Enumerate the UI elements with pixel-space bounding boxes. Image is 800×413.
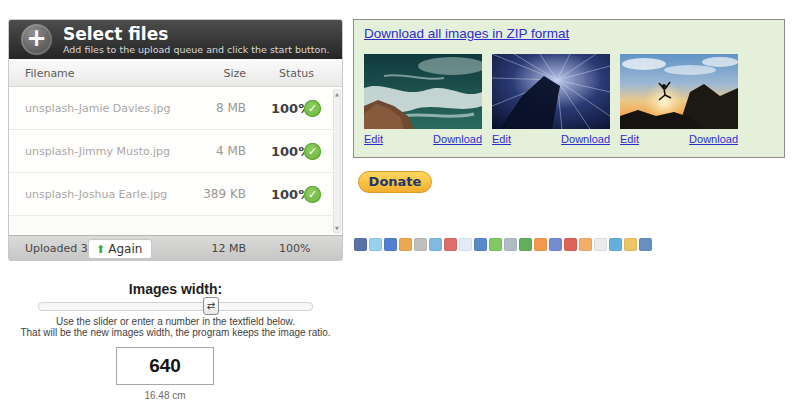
yahoo-buzz-share-icon[interactable]	[624, 238, 637, 251]
windows-live-share-icon[interactable]	[444, 238, 457, 251]
download-link[interactable]: Download	[433, 133, 482, 145]
edit-link[interactable]: Edit	[492, 133, 511, 145]
download-zip-link[interactable]: Download all images in ZIP format	[364, 26, 569, 41]
column-size: Size	[181, 67, 246, 80]
file-name: unsplash-Jamie Davies.jpg	[25, 87, 175, 130]
download-link[interactable]: Download	[689, 133, 738, 145]
facebook-share-icon[interactable]	[354, 238, 367, 251]
edit-link[interactable]: Edit	[364, 133, 383, 145]
newsvine-share-icon[interactable]	[519, 238, 532, 251]
slider-help-text-1: Use the slider or enter a number in the …	[13, 316, 338, 327]
google-share-icon[interactable]	[564, 238, 577, 251]
up-arrow-icon: ⬆	[96, 243, 105, 256]
file-size: 8 MB	[181, 87, 246, 130]
thumbnail-light-rays	[492, 54, 610, 129]
linkedin-share-icon[interactable]	[474, 238, 487, 251]
reddit-share-icon[interactable]	[429, 238, 442, 251]
width-slider-handle[interactable]: ⇄	[203, 297, 219, 315]
results-panel: Download all images in ZIP format Edit	[353, 19, 785, 158]
slider-help-text-2: That will be the new images width, the p…	[13, 327, 338, 338]
thumbnail-ocean-waves	[364, 54, 482, 129]
uploader-footer: Uploaded 3/3 files ⬆Again 12 MB 100%	[9, 235, 342, 261]
yahoo-share-icon[interactable]	[549, 238, 562, 251]
thumbnail-sunset-jump	[620, 54, 738, 129]
width-slider-track[interactable]	[38, 302, 313, 311]
upload-queue-widget: + Select files Add files to the upload q…	[8, 19, 343, 261]
page: + Select files Add files to the upload q…	[0, 0, 800, 413]
twitter-share-icon[interactable]	[369, 238, 382, 251]
file-list: unsplash-Jamie Davies.jpg 8 MB 100% ✓ un…	[9, 87, 342, 235]
again-button-label: Again	[108, 242, 142, 256]
table-row[interactable]: unsplash-Joshua Earle.jpg 389 KB 100% ✓	[9, 173, 342, 216]
technorati-share-icon[interactable]	[504, 238, 517, 251]
tumblr-share-icon[interactable]	[609, 238, 622, 251]
result-item: Edit Download	[620, 54, 738, 147]
width-input[interactable]	[116, 347, 214, 385]
messenger-share-icon[interactable]	[459, 238, 472, 251]
check-icon: ✓	[304, 186, 321, 203]
file-size: 389 KB	[181, 173, 246, 216]
list-scrollbar[interactable]: ▲ ▼	[333, 89, 341, 233]
column-filename: Filename	[25, 67, 75, 80]
scroll-down-icon[interactable]: ▼	[334, 225, 340, 231]
friendfeed-share-icon[interactable]	[594, 238, 607, 251]
scroll-up-icon[interactable]: ▲	[334, 91, 340, 97]
again-button[interactable]: ⬆Again	[88, 239, 152, 259]
addthis-share-icon[interactable]	[639, 238, 652, 251]
uploader-title: Select files	[63, 24, 168, 44]
table-row[interactable]: unsplash-Jimmy Musto.jpg 4 MB 100% ✓	[9, 130, 342, 173]
stumbleupon-share-icon[interactable]	[399, 238, 412, 251]
donate-button[interactable]: Donate	[358, 171, 432, 193]
edit-link[interactable]: Edit	[620, 133, 639, 145]
queue-column-header: Filename Size Status	[9, 59, 342, 87]
total-percent: 100%	[279, 236, 310, 262]
digg-share-icon[interactable]	[414, 238, 427, 251]
download-link[interactable]: Download	[561, 133, 610, 145]
result-item: Edit Download	[492, 54, 610, 147]
check-icon: ✓	[304, 143, 321, 160]
file-name: unsplash-Jimmy Musto.jpg	[25, 130, 175, 173]
orkut-share-icon[interactable]	[579, 238, 592, 251]
column-status: Status	[279, 67, 314, 80]
images-width-heading: Images width:	[38, 281, 313, 297]
file-size: 4 MB	[181, 130, 246, 173]
total-size: 12 MB	[181, 236, 246, 262]
share-icons-row	[354, 238, 652, 251]
uploader-header: + Select files Add files to the upload q…	[9, 20, 342, 59]
result-item: Edit Download	[364, 54, 482, 147]
add-files-icon[interactable]: +	[21, 24, 52, 55]
check-icon: ✓	[304, 100, 321, 117]
uploader-subtitle: Add files to the upload queue and click …	[63, 44, 329, 55]
evernote-share-icon[interactable]	[489, 238, 502, 251]
table-row[interactable]: unsplash-Jamie Davies.jpg 8 MB 100% ✓	[9, 87, 342, 130]
file-name: unsplash-Joshua Earle.jpg	[25, 173, 175, 216]
blogger-share-icon[interactable]	[534, 238, 547, 251]
delicious-share-icon[interactable]	[384, 238, 397, 251]
cm-value-label: 16.48 cm	[116, 390, 214, 401]
